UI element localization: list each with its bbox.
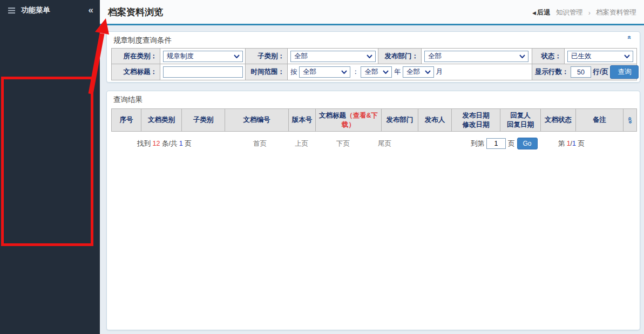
col-title-view-download[interactable]: （查看&下载） <box>342 112 378 128</box>
results-table: 序号 文档类别 子类别 文档编号 版本号 文档标题（查看&下载） 发布部门 发布… <box>111 108 637 132</box>
time-range-label: 时间范围： <box>246 64 288 80</box>
panel-collapse-icon[interactable]: « <box>627 36 631 45</box>
filter-table: 所在类别： 规章制度 子类别： 全部 发布部门： 全部 状态： 已生效 文档标题… <box>111 48 637 80</box>
sidebar-title: 功能菜单 <box>21 5 50 15</box>
page-title: 档案资料浏览 <box>108 6 163 18</box>
category-label: 所在类别： <box>112 49 160 64</box>
col-category: 文档类别 <box>141 109 182 132</box>
year-select[interactable]: 全部 <box>361 66 392 78</box>
status-label: 状态： <box>532 49 565 64</box>
month-select[interactable]: 全部 <box>403 66 434 78</box>
doc-title-label: 文档标题： <box>112 64 160 80</box>
chevron-down-icon <box>234 54 240 58</box>
pagination-page-info: 第 1/1 页 <box>558 139 585 148</box>
expand-collapse-icon: «« <box>625 117 635 124</box>
pagination-last[interactable]: 尾页 <box>378 139 391 148</box>
pagination-prev[interactable]: 上页 <box>295 139 308 148</box>
search-button[interactable]: 查询 <box>610 65 639 79</box>
chevron-down-icon <box>519 54 525 58</box>
filter-panel: 规章制度查询条件 « 所在类别： 规章制度 子类别： 全部 发布部门： 全部 状… <box>106 31 640 83</box>
goto-page-input[interactable] <box>486 138 506 149</box>
menu-icon <box>7 6 16 15</box>
results-table-wrap: 序号 文档类别 子类别 文档编号 版本号 文档标题（查看&下载） 发布部门 发布… <box>111 108 640 132</box>
pagination-first[interactable]: 首页 <box>253 139 267 148</box>
col-version: 版本号 <box>289 109 316 132</box>
department-select[interactable]: 全部 <box>424 51 528 62</box>
table-header-row: 序号 文档类别 子类别 文档编号 版本号 文档标题（查看&下载） 发布部门 发布… <box>112 109 637 132</box>
col-code: 文档编号 <box>225 109 289 132</box>
results-panel-title: 查询结果 <box>107 91 640 107</box>
sidebar: 功能菜单 « <box>0 0 100 334</box>
sidebar-collapse-icon[interactable]: « <box>89 5 93 16</box>
col-reply: 回复人回复日期 <box>500 109 541 132</box>
chevron-down-icon <box>341 70 347 74</box>
col-no: 序号 <box>112 109 141 132</box>
department-label: 发布部门： <box>378 49 422 64</box>
time-by-select[interactable]: 全部 <box>299 66 350 78</box>
chevron-down-icon <box>624 54 630 58</box>
doc-title-input[interactable] <box>163 66 243 78</box>
col-remark: 备注 <box>576 109 623 132</box>
subcategory-label: 子类别： <box>246 49 288 64</box>
breadcrumb-separator: › <box>588 9 591 17</box>
rows-unit-label: 行/页 <box>593 68 608 76</box>
sidebar-header: 功能菜单 « <box>0 0 100 21</box>
breadcrumb-archive[interactable]: 档案资料管理 <box>596 8 636 17</box>
col-title: 文档标题（查看&下载） <box>316 109 382 132</box>
breadcrumb-knowledge[interactable]: 知识管理 <box>556 8 583 17</box>
pagination-goto: 到第 页 Go <box>471 138 538 149</box>
pagination: 找到 12 条/共 1 页 首页 上页 下页 尾页 到第 页 Go 第 1/1 … <box>111 135 634 152</box>
col-subcategory: 子类别 <box>182 109 225 132</box>
chevron-down-icon <box>367 54 372 58</box>
col-publisher: 发布人 <box>418 109 452 132</box>
pagination-found-text: 找到 12 条/共 1 页 <box>137 139 253 148</box>
col-department: 发布部门 <box>382 109 418 132</box>
pagination-next[interactable]: 下页 <box>336 139 350 148</box>
status-select[interactable]: 已生效 <box>567 51 633 62</box>
rows-per-page-label: 显示行数： <box>535 68 569 76</box>
topbar: 档案资料浏览 ◀后退 知识管理 › 档案资料管理 <box>100 0 644 25</box>
chevron-down-icon <box>425 70 431 74</box>
chevron-down-icon <box>383 70 389 74</box>
col-dates: 发布日期修改日期 <box>452 109 500 132</box>
rows-per-page-input[interactable] <box>571 66 591 78</box>
col-scrollbar-header[interactable]: «« <box>623 109 637 132</box>
page-root: { "sidebar": { "header": { "title": "功能菜… <box>0 0 644 334</box>
subcategory-select[interactable]: 全部 <box>290 51 376 62</box>
back-icon: ◀ <box>532 10 536 16</box>
category-select[interactable]: 规章制度 <box>163 51 243 62</box>
main-area: 档案资料浏览 ◀后退 知识管理 › 档案资料管理 规章制度查询条件 « 所在类别… <box>100 0 644 334</box>
filter-panel-title: 规章制度查询条件 « <box>107 32 640 48</box>
back-button[interactable]: ◀后退 <box>532 8 551 17</box>
topbar-right: ◀后退 知识管理 › 档案资料管理 <box>532 8 636 17</box>
go-button[interactable]: Go <box>517 138 538 149</box>
results-panel: 查询结果 序号 文档类别 子类别 文档编号 版本号 文档标题（查看&下载） 发布… <box>106 91 640 330</box>
col-status: 文档状态 <box>541 109 576 132</box>
